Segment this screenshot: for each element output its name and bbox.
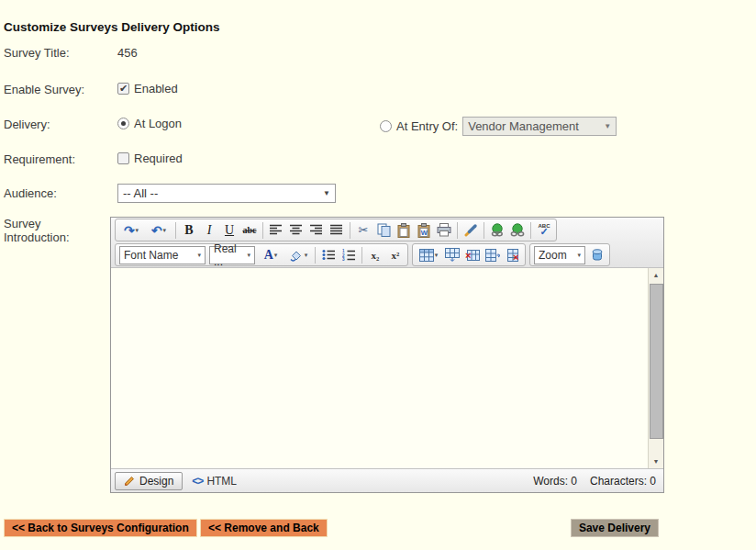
code-brackets-icon: <> bbox=[192, 475, 203, 488]
font-size-combo[interactable]: Real ... ▾ bbox=[209, 246, 255, 264]
highlight-color-icon[interactable]: ▾ bbox=[284, 245, 312, 265]
toolbar-group-main: ↷▾ ↶▾ B I U abc ✂ W bbox=[115, 219, 557, 241]
toolbar-group-zoom: Zoom ▾ bbox=[529, 243, 610, 266]
enabled-checkbox[interactable]: ✔ bbox=[117, 83, 129, 95]
delete-row-icon[interactable]: × bbox=[462, 245, 483, 265]
format-stripper-brush-icon[interactable] bbox=[461, 220, 481, 241]
print-icon[interactable] bbox=[434, 220, 454, 241]
insert-row-icon[interactable] bbox=[442, 245, 462, 265]
words-count: Words: 0 bbox=[533, 475, 577, 488]
font-color-icon[interactable]: A▾ bbox=[257, 245, 284, 265]
page-title: Customize Surveys Delivery Options bbox=[4, 20, 220, 34]
toolbar-separator bbox=[175, 222, 176, 239]
remove-link-icon[interactable] bbox=[507, 220, 528, 241]
at-entry-select[interactable]: Vendor Management ▼ bbox=[462, 117, 617, 136]
dropdown-arrow-icon: ▼ bbox=[604, 122, 611, 130]
enable-survey-label: Enable Survey: bbox=[4, 83, 84, 96]
insert-column-icon[interactable] bbox=[483, 245, 503, 265]
align-center-icon[interactable] bbox=[286, 220, 306, 241]
toolbar-separator bbox=[530, 222, 531, 239]
audience-select-value: -- All -- bbox=[123, 186, 158, 200]
paste-icon[interactable] bbox=[394, 220, 414, 241]
scrollbar-track[interactable] bbox=[650, 280, 663, 456]
subscript-icon[interactable]: x₂ bbox=[365, 245, 385, 265]
at-logon-radio[interactable] bbox=[117, 118, 129, 129]
requirement-label: Requirement: bbox=[4, 152, 75, 166]
save-delivery-button[interactable]: Save Delivery bbox=[571, 519, 659, 537]
toolbar-row-1: ↷▾ ↶▾ B I U abc ✂ W bbox=[113, 218, 662, 242]
rich-text-editor: ↷▾ ↶▾ B I U abc ✂ W bbox=[110, 217, 664, 493]
paste-from-word-icon[interactable]: W bbox=[414, 220, 434, 241]
cut-icon[interactable]: ✂ bbox=[353, 220, 373, 241]
at-entry-radio-label: At Entry Of: bbox=[396, 119, 458, 133]
tab-html[interactable]: <> HTML bbox=[192, 475, 237, 488]
italic-icon[interactable]: I bbox=[199, 220, 219, 241]
dropdown-arrow-icon: ▼ bbox=[323, 189, 330, 197]
back-to-surveys-configuration-button[interactable]: << Back to Surveys Configuration bbox=[4, 519, 197, 537]
insert-table-icon[interactable]: ▾ bbox=[415, 245, 442, 265]
numbered-list-icon[interactable]: 123 bbox=[339, 245, 359, 265]
characters-count: Characters: 0 bbox=[590, 475, 656, 488]
spellcheck-icon[interactable]: ABC ✓ bbox=[534, 220, 554, 241]
insert-link-icon[interactable] bbox=[487, 220, 507, 241]
toolbar-separator bbox=[361, 247, 362, 264]
toolbar-group-table: ▾ × × bbox=[412, 243, 526, 266]
tab-design[interactable]: Design bbox=[115, 472, 183, 490]
svg-text:×: × bbox=[465, 250, 471, 261]
svg-text:×: × bbox=[513, 252, 518, 262]
required-checkbox-label: Required bbox=[134, 152, 183, 165]
radio-dot-icon bbox=[121, 121, 126, 126]
font-name-combo[interactable]: Font Name ▾ bbox=[119, 246, 206, 264]
editor-toolbar: ↷▾ ↶▾ B I U abc ✂ W bbox=[111, 218, 663, 268]
at-logon-radio-label: At Logon bbox=[134, 117, 182, 130]
editor-scrollbar[interactable]: ▲ ▼ bbox=[648, 268, 663, 468]
delete-column-icon[interactable]: × bbox=[503, 245, 523, 265]
audience-select[interactable]: -- All -- ▼ bbox=[117, 184, 336, 203]
editor-counters: Words: 0 Characters: 0 bbox=[533, 475, 656, 488]
audience-label: Audience: bbox=[4, 186, 57, 200]
module-cube-icon[interactable] bbox=[587, 245, 607, 265]
align-justify-icon[interactable] bbox=[327, 220, 347, 241]
bullet-list-icon[interactable] bbox=[318, 245, 339, 265]
survey-introduction-label: Survey Introduction: bbox=[4, 217, 105, 244]
toolbar-separator bbox=[350, 222, 350, 239]
pencil-icon bbox=[124, 476, 135, 487]
survey-title-value: 456 bbox=[117, 46, 138, 60]
bold-icon[interactable]: B bbox=[179, 220, 199, 241]
toolbar-row-2: Font Name ▾ Real ... ▾ A▾ ▾ 123 x₂ x² bbox=[113, 242, 662, 267]
copy-icon[interactable] bbox=[373, 220, 394, 241]
superscript-icon[interactable]: x² bbox=[385, 245, 406, 265]
at-entry-radio[interactable] bbox=[380, 120, 392, 132]
scroll-up-icon[interactable]: ▲ bbox=[653, 270, 660, 280]
customize-surveys-page: Customize Surveys Delivery Options Surve… bbox=[0, 0, 756, 550]
editor-footer: Design <> HTML Words: 0 Characters: 0 bbox=[111, 468, 663, 492]
required-checkbox[interactable] bbox=[117, 152, 129, 164]
scroll-down-icon[interactable]: ▼ bbox=[653, 456, 660, 466]
delivery-label: Delivery: bbox=[4, 118, 50, 131]
redo-icon[interactable]: ↷▾ bbox=[117, 220, 145, 241]
scrollbar-thumb[interactable] bbox=[650, 284, 663, 439]
undo-icon[interactable]: ↶▾ bbox=[145, 220, 172, 241]
toolbar-separator bbox=[457, 222, 458, 239]
toolbar-group-font: Font Name ▾ Real ... ▾ A▾ ▾ 123 x₂ x² bbox=[115, 243, 408, 266]
survey-title-label: Survey Title: bbox=[4, 46, 70, 60]
enabled-checkbox-label: Enabled bbox=[134, 82, 178, 95]
check-icon: ✔ bbox=[119, 84, 128, 94]
align-right-icon[interactable] bbox=[306, 220, 327, 241]
toolbar-separator bbox=[315, 247, 316, 264]
remove-and-back-button[interactable]: << Remove and Back bbox=[200, 519, 328, 537]
svg-text:3: 3 bbox=[342, 257, 345, 261]
at-entry-select-value: Vendor Management bbox=[468, 119, 579, 133]
strikethrough-icon[interactable]: abc bbox=[239, 220, 260, 241]
zoom-combo[interactable]: Zoom ▾ bbox=[534, 246, 585, 264]
align-left-icon[interactable] bbox=[266, 220, 286, 241]
underline-icon[interactable]: U bbox=[219, 220, 239, 241]
editor-content-area[interactable] bbox=[111, 268, 648, 468]
toolbar-separator bbox=[484, 222, 484, 239]
editor-body: ▲ ▼ bbox=[111, 268, 663, 468]
toolbar-separator bbox=[262, 222, 263, 239]
svg-text:W: W bbox=[421, 229, 428, 237]
